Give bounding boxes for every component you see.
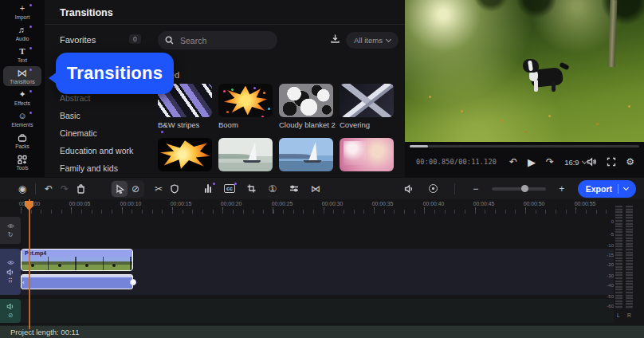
pointer-tool-button[interactable]	[112, 181, 128, 197]
preview-controls: 00:00.850/00:11.120 ↶ ▶ ↷ 16:9 ⚙	[405, 150, 644, 174]
clip-resize-handle[interactable]	[130, 279, 136, 285]
transition-boom[interactable]: Boom	[218, 84, 273, 129]
slider-handle[interactable]	[521, 185, 528, 192]
sidebar-item-transitions[interactable]: ⋈ Transitions	[3, 66, 41, 86]
category-cinematic[interactable]: Cinematic	[60, 124, 162, 142]
sidebar-item-audio[interactable]: ♬ Audio	[3, 23, 41, 43]
new-badge-dot	[234, 183, 237, 185]
redo-button[interactable]: ↷	[57, 181, 73, 197]
video-clip-pet[interactable]: Pet.mp4	[21, 249, 133, 271]
search-box[interactable]	[158, 31, 277, 49]
jump-back-button[interactable]: ↶	[509, 156, 517, 167]
category-education[interactable]: Education and work	[60, 142, 162, 159]
favorites-link[interactable]: Favorites	[60, 35, 96, 45]
undo-button[interactable]: ↶	[41, 181, 57, 197]
aspect-ratio-dropdown[interactable]: 16:9	[564, 158, 587, 167]
sidebar-item-import[interactable]: + Import	[3, 2, 41, 22]
minus-icon: −	[473, 183, 478, 195]
speed-button[interactable]: ①	[265, 181, 281, 197]
transition-sailboat-light[interactable]	[218, 138, 273, 171]
ruler-label: 00:00:50	[524, 201, 544, 206]
volume-button[interactable]	[587, 157, 597, 167]
crop-button[interactable]	[243, 181, 259, 197]
search-input[interactable]	[179, 35, 258, 46]
audio-levels-button[interactable]	[200, 181, 216, 197]
category-family[interactable]: Family and kids	[60, 159, 162, 177]
plus-icon: +	[20, 4, 25, 14]
new-badge-dot	[161, 131, 163, 133]
transition-covering[interactable]: Covering	[340, 84, 394, 129]
meter-bar-left	[615, 206, 622, 309]
overlay-track-header[interactable]: ↻	[0, 217, 21, 244]
timecode: 00:00.850/00:11.120	[416, 158, 497, 166]
sidebar-item-elements[interactable]: ☺ Elements	[3, 109, 41, 129]
new-badge-dot	[29, 47, 32, 49]
transition-tool-button[interactable]: ⋈	[308, 181, 324, 197]
preview-progress-bar[interactable]	[410, 145, 639, 147]
captions-button[interactable]: cc	[222, 181, 238, 197]
transition-thumbnail	[218, 138, 273, 171]
linked-audio-clip[interactable]: ‹	[21, 274, 133, 289]
dog	[523, 59, 567, 94]
clip-filmstrip	[22, 257, 132, 270]
clip-name: Pet.mp4	[22, 250, 132, 257]
zoom-in-button[interactable]: +	[554, 181, 570, 197]
sidebar-item-label: Packs	[15, 143, 29, 149]
download-icon[interactable]	[330, 33, 340, 46]
transition-cloudy-blanket[interactable]: Cloudy blanket 2	[279, 84, 333, 129]
sidebar-item-packs[interactable]: Packs	[3, 131, 41, 151]
preview-video[interactable]	[405, 0, 644, 142]
search-icon	[165, 36, 174, 45]
all-items-dropdown[interactable]: All items	[346, 32, 399, 49]
new-badge-dot	[29, 90, 32, 92]
transition-thumbnail	[158, 138, 212, 171]
meter-bar-right	[626, 206, 633, 309]
edit-toolbar: ◉ ↶ ↷ ⊘ ✂ cc ① ⋈ − + Export	[0, 177, 644, 199]
timeline-zoom-slider[interactable]	[492, 187, 546, 191]
play-button[interactable]: ▶	[528, 156, 536, 168]
meter-scale-label: -40	[607, 283, 614, 288]
master-volume-button[interactable]	[402, 181, 418, 197]
settings-gear-button[interactable]: ⚙	[626, 156, 634, 167]
transition-explosion[interactable]	[158, 138, 212, 171]
export-button[interactable]: Export	[578, 180, 636, 198]
divider	[35, 183, 36, 195]
sidebar-item-label: Text	[18, 57, 27, 63]
playhead-line	[29, 199, 30, 327]
transition-pink[interactable]	[340, 138, 394, 171]
marker-shield-button[interactable]	[167, 181, 183, 197]
jump-forward-button[interactable]: ↷	[546, 156, 554, 167]
jump-back-icon: ↶	[509, 156, 517, 167]
sidebar-item-text[interactable]: T Text	[3, 45, 41, 65]
split-scissors-button[interactable]: ✂	[151, 181, 167, 197]
timeline[interactable]: 00:00:00 00:00:05 00:00:10 00:00:15 00:0…	[0, 199, 644, 325]
sidebar-item-tools[interactable]: Tools	[3, 152, 41, 172]
meter-scale-label: -5	[610, 232, 614, 237]
ruler-label: 00:00:25	[272, 201, 293, 206]
zoom-out-button[interactable]: −	[468, 181, 484, 197]
chevron-down-icon	[623, 185, 629, 191]
record-button[interactable]: ◉	[14, 181, 30, 197]
transitions-tooltip: Transitions	[56, 53, 174, 94]
delete-button[interactable]	[73, 181, 88, 197]
meter-scale-label: -15	[607, 253, 614, 257]
transition-sailboat-blue[interactable]	[279, 138, 333, 171]
sidebar-item-effects[interactable]: ✦ Effects	[3, 88, 41, 108]
sidebar-item-label: Audio	[16, 36, 29, 41]
divider	[454, 183, 455, 195]
category-basic[interactable]: Basic	[60, 107, 162, 124]
transition-thumbnail	[218, 84, 273, 117]
color-wheel-button[interactable]	[426, 181, 442, 197]
adjustments-button[interactable]	[286, 181, 302, 197]
undo-icon: ↶	[45, 183, 53, 195]
volume-icon	[6, 303, 15, 310]
audio-track-lane[interactable]	[21, 299, 614, 323]
sidebar-item-label: Transitions	[10, 79, 35, 84]
linked-audio-track-header[interactable]: ⊘	[0, 299, 21, 323]
channel-left-label: L	[617, 312, 620, 318]
video-track-header[interactable]: ⠿	[0, 249, 21, 295]
slip-tool-button[interactable]: ⊘	[128, 181, 143, 197]
transitions-grid-row1: B&W stripes Boom Cloudy blanket 2 Coveri…	[158, 84, 394, 129]
gear-icon: ⚙	[626, 156, 634, 167]
fullscreen-button[interactable]	[607, 157, 616, 167]
